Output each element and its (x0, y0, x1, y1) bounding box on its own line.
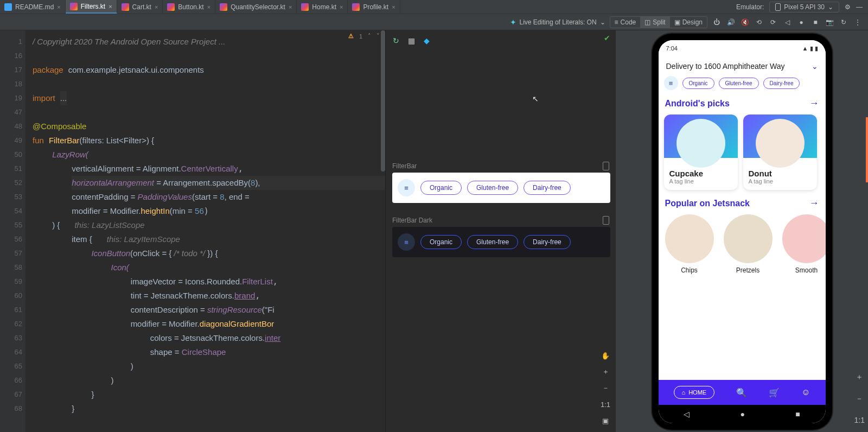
chip-glutenfree[interactable]: Gluten-free (467, 181, 518, 195)
gear-icon[interactable]: ⚙ (845, 3, 851, 11)
view-design-button[interactable]: ▣Design (670, 17, 707, 28)
view-code-button[interactable]: ≡Code (610, 17, 641, 28)
card-donut[interactable]: DonutA tag line (743, 115, 817, 190)
zoom-fit-icon[interactable]: ▣ (599, 415, 611, 427)
device-frame: 7:04 ▲ ▮ ▮ Delivery to 1600 Amphitheater… (652, 34, 832, 430)
item-smoothie[interactable]: Smooth (782, 214, 826, 274)
zoom-out-icon[interactable]: － (599, 382, 611, 394)
preview-filterbar-dark: ≡ Organic Gluten-free Dairy-free (392, 227, 610, 257)
nav-home[interactable]: ⌂HOME (674, 386, 715, 399)
home-icon: ⌂ (682, 389, 686, 396)
chip-organic[interactable]: Organic (682, 78, 714, 89)
animation-inspector-icon[interactable]: ◆ (422, 36, 431, 46)
camera-icon[interactable]: 📷 (825, 18, 834, 26)
close-icon[interactable]: × (108, 3, 112, 10)
delivery-row[interactable]: Delivery to 1600 Amphitheater Way ⌄ (659, 56, 826, 74)
reload-icon[interactable]: ↻ (839, 18, 848, 26)
tab-profile[interactable]: Profile.kt× (348, 0, 400, 14)
close-icon[interactable]: × (207, 4, 210, 10)
close-icon[interactable]: × (289, 4, 292, 10)
chip-glutenfree[interactable]: Gluten-free (467, 235, 518, 249)
filter-icon[interactable]: ≡ (398, 233, 415, 251)
back-icon[interactable]: ◁ (684, 410, 690, 418)
next-problem-icon[interactable]: ˅ (376, 33, 380, 40)
chip-dairyfree[interactable]: Dairy-free (524, 235, 571, 249)
phone-icon (775, 3, 781, 11)
arrow-right-icon[interactable]: → (809, 198, 819, 209)
editor-scrollbar[interactable] (381, 30, 385, 171)
code-editor[interactable]: ⚠ 1 ˄ ˅ / Copyright 2020 The Android Ope… (26, 30, 385, 432)
main-area: 1161718194748495051525354555657585960616… (0, 30, 868, 432)
zoom-reset-icon[interactable]: 1:1 (599, 398, 611, 410)
inspection-widget[interactable]: ⚠ 1 ˄ ˅ (348, 33, 380, 40)
more-icon[interactable]: ⋮ (853, 18, 863, 26)
search-icon[interactable]: 🔍 (736, 387, 747, 398)
profile-icon[interactable]: ☺ (801, 387, 810, 397)
home-icon[interactable]: ● (741, 410, 745, 418)
close-icon[interactable]: × (155, 4, 158, 10)
chevron-down-icon: ⌄ (600, 18, 605, 26)
chip-dairyfree[interactable]: Dairy-free (763, 78, 800, 89)
cart-icon[interactable]: 🛒 (769, 387, 780, 398)
zoom-in-icon[interactable]: ＋ (856, 372, 863, 382)
item-chips[interactable]: Chips (665, 214, 714, 274)
section-popular: Popular on Jetsnack → (659, 195, 826, 211)
picks-cards[interactable]: CupcakeA tag line DonutA tag line (659, 111, 826, 195)
rotate-right-icon[interactable]: ⟳ (768, 18, 778, 26)
zoom-reset-icon[interactable]: 1:1 (854, 416, 865, 424)
home-icon[interactable]: ● (796, 18, 806, 26)
interactive-mode-icon[interactable]: ▦ (406, 36, 416, 46)
device-dropdown[interactable]: Pixel 5 API 30 ⌄ (769, 2, 839, 12)
warning-count: 1 (359, 33, 362, 40)
bottom-nav: ⌂HOME 🔍 🛒 ☺ (659, 380, 826, 405)
device-screen[interactable]: 7:04 ▲ ▮ ▮ Delivery to 1600 Amphitheater… (659, 40, 826, 423)
card-cupcake[interactable]: CupcakeA tag line (664, 115, 738, 190)
tab-quantity[interactable]: QuantitySelector.kt× (215, 0, 297, 14)
tab-button[interactable]: Button.kt× (163, 0, 215, 14)
tab-cart[interactable]: Cart.kt× (117, 0, 163, 14)
rotate-left-icon[interactable]: ⟲ (754, 18, 764, 26)
app-filter-bar: ≡ Organic Gluten-free Dairy-free (659, 74, 826, 96)
item-pretzels[interactable]: Pretzels (724, 214, 773, 274)
back-icon[interactable]: ◁ (782, 18, 792, 26)
compose-preview: ✔ ↻ ▦ ◆ ↖ FilterBar ≡ Organic Gluten-fre… (385, 30, 616, 432)
refresh-preview-icon[interactable]: ↻ (391, 36, 401, 46)
device-frame-icon[interactable] (603, 216, 609, 225)
volume-down-icon[interactable]: 🔇 (740, 18, 750, 26)
zoom-in-icon[interactable]: ＋ (599, 366, 611, 378)
chip-organic[interactable]: Organic (420, 235, 462, 249)
device-frame-icon[interactable] (603, 162, 609, 170)
overview-icon[interactable]: ■ (810, 18, 820, 26)
code-icon: ≡ (615, 18, 618, 26)
arrow-right-icon[interactable]: → (809, 98, 819, 109)
emulator-selector: Emulator: Pixel 5 API 30 ⌄ ⚙ — (731, 0, 868, 14)
chip-glutenfree[interactable]: Gluten-free (719, 78, 759, 89)
view-split-button[interactable]: ◫Split (640, 17, 669, 28)
filter-icon[interactable]: ≡ (664, 76, 678, 90)
sparkle-icon: ✦ (510, 18, 516, 27)
live-edit-toggle[interactable]: ✦ Live Editing of Literals: ON ⌄ (510, 18, 605, 27)
minimize-icon[interactable]: — (856, 3, 863, 11)
close-icon[interactable]: × (392, 4, 395, 10)
overview-icon[interactable]: ■ (795, 410, 800, 418)
tab-home[interactable]: Home.kt× (297, 0, 348, 14)
prev-problem-icon[interactable]: ˄ (368, 33, 371, 40)
chip-dairyfree[interactable]: Dairy-free (524, 181, 571, 195)
close-icon[interactable]: × (57, 4, 60, 10)
chevron-down-icon: ⌄ (812, 62, 818, 71)
tab-readme[interactable]: README.md× (0, 0, 66, 14)
power-icon[interactable]: ⏻ (712, 18, 722, 26)
pan-icon[interactable]: ✋ (599, 350, 611, 361)
tab-filters[interactable]: Filters.kt× (66, 0, 117, 14)
zoom-out-icon[interactable]: － (856, 394, 863, 404)
source-code[interactable]: / Copyright 2020 The Android Open Source… (26, 30, 385, 416)
filter-icon[interactable]: ≡ (398, 179, 415, 196)
volume-up-icon[interactable]: 🔊 (726, 18, 736, 26)
section-androids-picks: Android's picks → (659, 96, 826, 111)
preview-light-label: FilterBar (386, 162, 616, 173)
chip-organic[interactable]: Organic (420, 181, 462, 195)
product-image (676, 119, 725, 168)
close-icon[interactable]: × (340, 4, 343, 10)
view-mode-segmented: ≡Code ◫Split ▣Design (610, 16, 707, 28)
popular-row[interactable]: Chips Pretzels Smooth (659, 211, 826, 276)
